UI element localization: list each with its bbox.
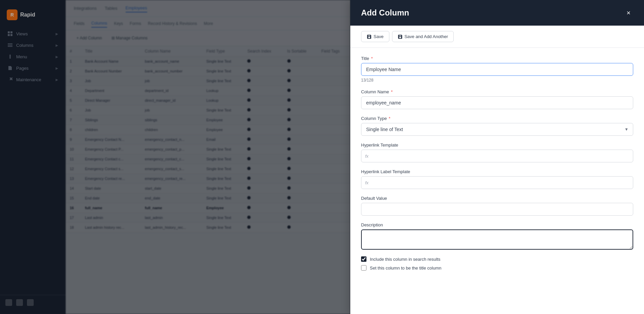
- title-column-checkbox-label[interactable]: Set this column to be the title column: [370, 265, 441, 271]
- default-value-input[interactable]: [361, 203, 633, 216]
- column-type-field-group: Column Type * Single line of Text Multi …: [361, 116, 633, 136]
- modal-body: Title * 13/128 Column Name * Column Type…: [350, 48, 644, 314]
- hyperlink-template-input-wrapper: fx: [361, 150, 633, 162]
- checkbox-group: Include this column in search results Se…: [361, 256, 633, 271]
- column-name-label: Column Name *: [361, 89, 633, 94]
- title-field-group: Title * 13/128: [361, 56, 633, 83]
- modal-actions: Save Save and Add Another: [350, 26, 644, 48]
- column-name-field-group: Column Name *: [361, 89, 633, 109]
- default-value-field-group: Default Value: [361, 196, 633, 216]
- save-icon: [367, 34, 372, 39]
- save-and-add-another-button[interactable]: Save and Add Another: [392, 31, 454, 42]
- title-char-count: 13/128: [361, 78, 633, 83]
- description-label: Description: [361, 222, 633, 227]
- search-results-checkbox[interactable]: [361, 256, 366, 262]
- save-button[interactable]: Save: [361, 31, 389, 42]
- search-checkbox-item: Include this column in search results: [361, 256, 633, 262]
- hyperlink-template-field-group: Hyperlink Template fx: [361, 143, 633, 162]
- hyperlink-template-input[interactable]: [361, 150, 633, 162]
- title-column-checkbox[interactable]: [361, 265, 366, 271]
- hyperlink-template-label: Hyperlink Template: [361, 143, 633, 148]
- search-results-checkbox-label[interactable]: Include this column in search results: [370, 257, 441, 262]
- title-input[interactable]: [361, 63, 633, 76]
- description-field-group: Description: [361, 222, 633, 250]
- default-value-label: Default Value: [361, 196, 633, 201]
- column-type-label: Column Type *: [361, 116, 633, 121]
- title-required: *: [371, 56, 373, 61]
- modal-title: Add Column: [361, 8, 409, 18]
- title-column-checkbox-item: Set this column to be the title column: [361, 265, 633, 271]
- hyperlink-label-template-input[interactable]: [361, 176, 633, 189]
- column-type-select-wrapper: Single line of Text Multi line Text Numb…: [361, 123, 633, 136]
- modal-close-button[interactable]: ×: [624, 8, 633, 18]
- hyperlink-label-template-label: Hyperlink Label Template: [361, 169, 633, 174]
- column-type-select[interactable]: Single line of Text Multi line Text Numb…: [361, 123, 633, 136]
- add-column-modal: Add Column × Save Save and Add Another T…: [350, 0, 644, 314]
- hyperlink-label-template-field-group: Hyperlink Label Template fx: [361, 169, 633, 189]
- column-name-required: *: [391, 89, 393, 94]
- modal-header: Add Column ×: [350, 0, 644, 26]
- save-add-icon: [398, 34, 402, 39]
- description-input[interactable]: [361, 229, 633, 250]
- hyperlink-label-template-input-wrapper: fx: [361, 176, 633, 189]
- column-type-required: *: [389, 116, 390, 121]
- title-label: Title *: [361, 56, 633, 61]
- column-name-input[interactable]: [361, 96, 633, 109]
